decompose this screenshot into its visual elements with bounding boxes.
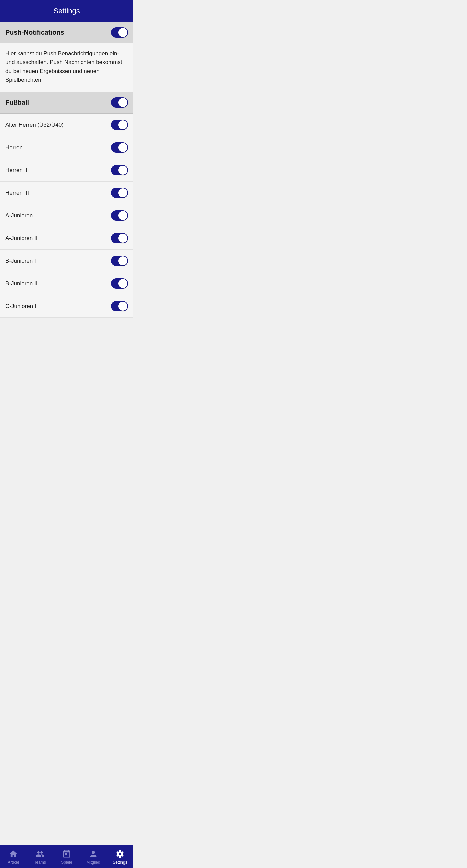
- team-label-4: A-Junioren: [5, 212, 33, 219]
- fussball-toggle[interactable]: [111, 97, 128, 108]
- fussball-thumb: [119, 98, 127, 107]
- push-notifications-description: Hier kannst du Push Benachrichtigungen e…: [5, 50, 128, 85]
- team-toggle-8[interactable]: [111, 301, 128, 311]
- team-thumb-4: [119, 211, 127, 220]
- push-notifications-section: Push-Notifications: [0, 22, 133, 43]
- team-track-8[interactable]: [111, 301, 128, 311]
- team-label-2: Herren II: [5, 167, 27, 174]
- team-toggle-0[interactable]: [111, 120, 128, 130]
- team-toggle-5[interactable]: [111, 233, 128, 243]
- team-toggle-6[interactable]: [111, 256, 128, 266]
- team-track-7[interactable]: [111, 278, 128, 289]
- team-row-0: Alter Herren (Ü32/Ü40): [0, 114, 133, 136]
- team-thumb-1: [119, 143, 127, 152]
- push-notifications-track[interactable]: [111, 27, 128, 38]
- team-row-1: Herren I: [0, 136, 133, 159]
- team-thumb-0: [119, 120, 127, 129]
- header-title: Settings: [54, 7, 80, 15]
- team-label-1: Herren I: [5, 144, 26, 151]
- team-thumb-6: [119, 256, 127, 266]
- fussball-section: Fußball: [0, 92, 133, 114]
- team-thumb-3: [119, 188, 127, 197]
- team-toggle-3[interactable]: [111, 188, 128, 198]
- team-thumb-8: [119, 302, 127, 311]
- team-label-3: Herren III: [5, 190, 29, 196]
- team-toggle-7[interactable]: [111, 278, 128, 289]
- team-row-7: B-Junioren II: [0, 272, 133, 295]
- team-track-1[interactable]: [111, 142, 128, 153]
- team-track-6[interactable]: [111, 256, 128, 266]
- fussball-track[interactable]: [111, 97, 128, 108]
- team-track-2[interactable]: [111, 165, 128, 175]
- team-track-3[interactable]: [111, 188, 128, 198]
- team-label-7: B-Junioren II: [5, 280, 37, 287]
- push-notifications-toggle[interactable]: [111, 27, 128, 38]
- push-notifications-label: Push-Notifications: [5, 29, 64, 36]
- team-track-4[interactable]: [111, 210, 128, 221]
- team-row-3: Herren III: [0, 182, 133, 204]
- page-header: Settings: [0, 0, 133, 22]
- fussball-label: Fußball: [5, 99, 29, 106]
- team-row-6: B-Junioren I: [0, 250, 133, 272]
- team-toggle-2[interactable]: [111, 165, 128, 175]
- team-toggle-4[interactable]: [111, 210, 128, 221]
- team-thumb-5: [119, 234, 127, 243]
- team-thumb-7: [119, 279, 127, 288]
- teams-list: Alter Herren (Ü32/Ü40)Herren IHerren IIH…: [0, 114, 133, 318]
- team-row-5: A-Junioren II: [0, 227, 133, 250]
- push-notifications-thumb: [119, 28, 127, 37]
- team-toggle-1[interactable]: [111, 142, 128, 153]
- team-row-2: Herren II: [0, 159, 133, 182]
- team-track-5[interactable]: [111, 233, 128, 243]
- team-label-6: B-Junioren I: [5, 258, 36, 265]
- team-label-5: A-Junioren II: [5, 235, 37, 242]
- team-track-0[interactable]: [111, 120, 128, 130]
- team-label-8: C-Junioren I: [5, 303, 36, 310]
- team-thumb-2: [119, 165, 127, 175]
- push-notifications-description-section: Hier kannst du Push Benachrichtigungen e…: [0, 43, 133, 92]
- team-row-4: A-Junioren: [0, 204, 133, 227]
- team-label-0: Alter Herren (Ü32/Ü40): [5, 122, 64, 128]
- team-row-8: C-Junioren I: [0, 295, 133, 318]
